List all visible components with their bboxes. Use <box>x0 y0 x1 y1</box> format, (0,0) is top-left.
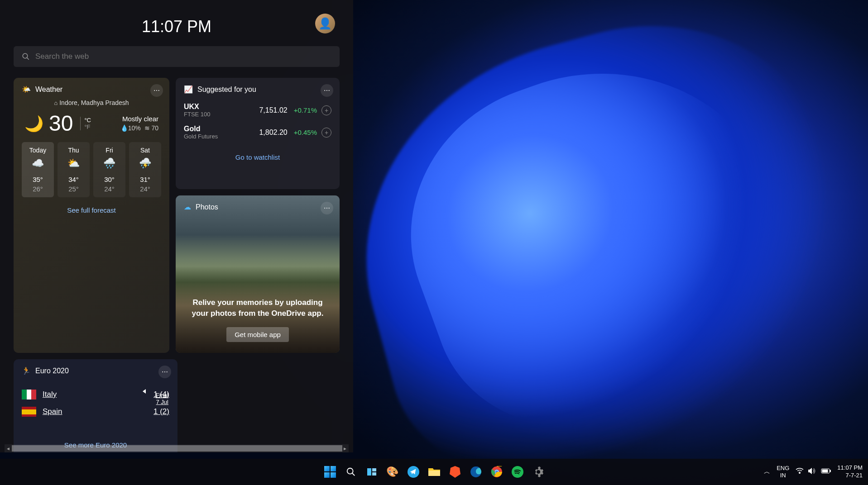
temp-unit-toggle[interactable]: °C °F <box>80 117 91 130</box>
team-row[interactable]: Spain 1 (2) <box>22 403 169 420</box>
svg-line-3 <box>352 473 355 476</box>
system-tray: ︿ ENG IN 11:07 PM 7-7-21 <box>764 464 863 480</box>
file-explorer-button[interactable] <box>426 463 443 480</box>
photos-widget[interactable]: ☁ Photos ⋯ Relive your memories by uploa… <box>176 195 340 353</box>
get-app-button[interactable]: Get mobile app <box>226 327 289 342</box>
horizontal-scrollbar[interactable]: ◄ ► <box>5 444 349 452</box>
rain-icon: 🌧️ <box>95 157 124 169</box>
forecast-day[interactable]: Thu ⛅ 34° 25° <box>58 142 90 197</box>
svg-rect-18 <box>822 470 828 472</box>
search-icon <box>22 52 30 61</box>
photos-title: Photos <box>196 203 218 211</box>
edge-icon <box>470 466 482 478</box>
stocks-icon: 📈 <box>184 85 193 94</box>
svg-rect-8 <box>428 471 440 476</box>
svg-rect-6 <box>372 472 376 475</box>
stocks-widget[interactable]: 📈 Suggested for you ⋯ UKX FTSE 100 7,151… <box>176 78 340 189</box>
taskbar-app-1[interactable]: 🎨 <box>384 463 401 480</box>
search-icon <box>346 467 356 477</box>
storm-icon: ⛈️ <box>131 157 159 169</box>
edge-button[interactable] <box>467 463 484 480</box>
search-bar[interactable] <box>14 46 340 67</box>
team-row[interactable]: Italy 1 (4) <box>22 386 169 403</box>
search-input[interactable] <box>35 52 331 61</box>
svg-point-2 <box>347 468 353 474</box>
weather-current: 🌙 30 °C °F Mostly clear 💧10% ≋ 70 <box>22 111 161 142</box>
add-stock-button[interactable]: + <box>321 105 331 115</box>
cloud-icon: ☁️ <box>24 157 52 169</box>
task-view-button[interactable] <box>363 463 380 480</box>
forecast-day[interactable]: Sat ⛈️ 31° 24° <box>129 142 161 197</box>
weather-condition: Mostly clear 💧10% ≋ 70 <box>120 115 158 132</box>
tray-status-icons[interactable] <box>796 467 831 476</box>
stock-row[interactable]: Gold Gold Futures 1,802.20 +0.45% + <box>184 121 331 143</box>
weather-title: Weather <box>35 86 62 94</box>
flag-spain <box>22 407 36 417</box>
droplet-icon: 💧 <box>120 124 128 132</box>
user-avatar[interactable]: 👤 <box>315 14 335 33</box>
weather-icon: 🌤️ <box>22 85 31 94</box>
forecast-day[interactable]: Fri 🌧️ 30° 24° <box>93 142 125 197</box>
taskbar-search-button[interactable] <box>342 463 360 480</box>
windows-logo-icon <box>324 466 336 478</box>
add-stock-button[interactable]: + <box>321 128 331 138</box>
stocks-header: 📈 Suggested for you <box>184 85 331 94</box>
sports-widget[interactable]: 🏃 Euro 2020 ⋯ Italy 1 (4) Spain 1 (2) Fi… <box>14 359 177 452</box>
watchlist-link[interactable]: Go to watchlist <box>184 143 331 161</box>
start-button[interactable] <box>321 463 339 480</box>
moon-icon: 🌙 <box>24 114 43 133</box>
scroll-left-arrow[interactable]: ◄ <box>5 444 12 452</box>
weather-menu-button[interactable]: ⋯ <box>150 84 163 97</box>
taskbar: 🎨 ︿ ENG IN <box>0 459 868 485</box>
tray-overflow-button[interactable]: ︿ <box>764 468 770 476</box>
brave-button[interactable] <box>446 463 464 480</box>
location-icon: ⌂ <box>54 100 58 106</box>
partly-cloudy-icon: ⛅ <box>59 157 88 169</box>
battery-icon[interactable] <box>821 467 831 476</box>
taskbar-center: 🎨 <box>321 463 547 480</box>
weather-location: ⌂ Indore, Madhya Pradesh <box>22 99 161 106</box>
match-info[interactable]: Final 7 Jul <box>156 392 168 405</box>
sports-header: 🏃 Euro 2020 <box>22 366 169 375</box>
sports-icon: 🏃 <box>22 366 31 375</box>
stocks-menu-button[interactable]: ⋯ <box>321 84 333 97</box>
flag-italy <box>22 390 36 399</box>
panel-header: 11:07 PM 👤 <box>14 9 340 46</box>
forecast-day[interactable]: Today ☁️ 35° 26° <box>22 142 54 197</box>
sports-menu-button[interactable]: ⋯ <box>158 366 171 378</box>
wind-icon: ≋ <box>144 124 150 132</box>
svg-rect-4 <box>367 468 371 475</box>
spotify-button[interactable] <box>509 463 526 480</box>
weather-header: 🌤️ Weather <box>22 85 161 94</box>
svg-line-1 <box>27 57 29 60</box>
panel-time: 11:07 PM <box>142 17 211 36</box>
svg-point-0 <box>23 53 28 58</box>
weather-forecast: Today ☁️ 35° 26° Thu ⛅ 34° 25° Fri 🌧️ 30… <box>22 142 161 197</box>
svg-point-15 <box>799 473 800 474</box>
weather-temp: 30 <box>49 111 73 136</box>
gear-icon <box>533 466 544 477</box>
brave-icon <box>450 466 460 478</box>
wifi-icon[interactable] <box>796 467 804 476</box>
scrollbar-thumb[interactable] <box>12 445 342 452</box>
task-view-icon <box>366 466 377 477</box>
taskbar-clock[interactable]: 11:07 PM 7-7-21 <box>837 464 863 480</box>
spotify-icon <box>512 466 523 478</box>
photos-menu-button[interactable]: ⋯ <box>321 202 333 214</box>
see-forecast-link[interactable]: See full forecast <box>22 204 161 216</box>
volume-icon[interactable] <box>808 467 816 476</box>
weather-widget[interactable]: 🌤️ Weather ⋯ ⌂ Indore, Madhya Pradesh 🌙 … <box>14 78 169 353</box>
winner-indicator-icon <box>143 389 146 394</box>
settings-button[interactable] <box>530 463 547 480</box>
language-indicator[interactable]: ENG IN <box>777 465 789 479</box>
stock-row[interactable]: UKX FTSE 100 7,151.02 +0.71% + <box>184 99 331 121</box>
scroll-right-arrow[interactable]: ► <box>341 444 349 452</box>
telegram-button[interactable] <box>405 463 422 480</box>
svg-rect-17 <box>830 470 831 472</box>
onedrive-icon: ☁ <box>184 203 191 211</box>
folder-icon <box>428 467 440 477</box>
svg-rect-5 <box>372 468 376 471</box>
chrome-icon <box>491 466 503 478</box>
chrome-button[interactable] <box>488 463 505 480</box>
stocks-title: Suggested for you <box>197 86 256 94</box>
